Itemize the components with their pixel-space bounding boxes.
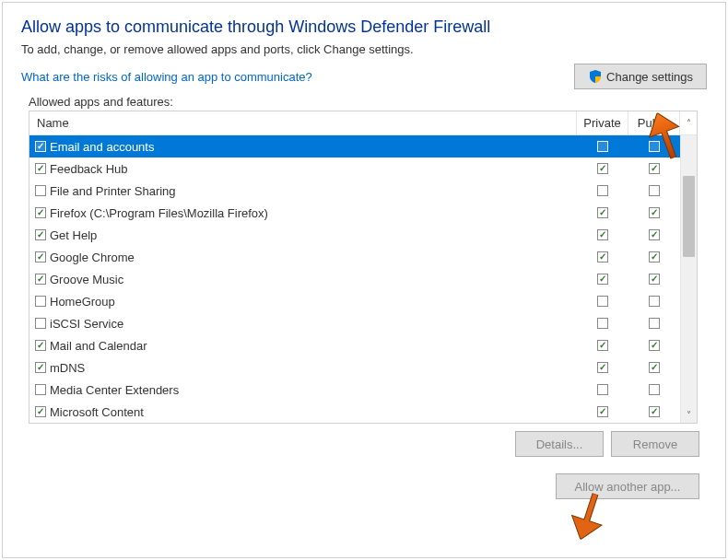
row-enable-checkbox[interactable]: [35, 296, 46, 307]
remove-button[interactable]: Remove: [611, 431, 699, 457]
row-public-checkbox[interactable]: [649, 318, 660, 329]
allowed-apps-listbox: Name Private Public ˄ Email and accounts…: [29, 111, 698, 424]
row-name-label: Groove Music: [50, 273, 123, 286]
list-row[interactable]: iSCSI Service: [29, 312, 680, 334]
row-name-label: File and Printer Sharing: [50, 184, 176, 198]
list-row[interactable]: Media Center Extenders: [29, 379, 680, 401]
row-enable-checkbox[interactable]: [35, 384, 46, 395]
list-header: Name Private Public ˄: [29, 111, 697, 135]
header-actions-row: What are the risks of allowing an app to…: [21, 64, 707, 89]
list-row[interactable]: Mail and Calendar: [29, 334, 680, 356]
row-name-cell: Groove Music: [29, 273, 577, 286]
row-enable-checkbox[interactable]: [35, 163, 46, 174]
list-row[interactable]: Email and accounts: [29, 135, 680, 158]
row-private-checkbox[interactable]: [597, 229, 608, 240]
row-private-checkbox[interactable]: [597, 251, 608, 262]
row-enable-checkbox[interactable]: [35, 229, 46, 240]
row-public-cell: [628, 163, 680, 174]
row-public-cell: [628, 229, 680, 240]
row-name-cell: Feedback Hub: [29, 162, 577, 176]
allow-another-app-button[interactable]: Allow another app...: [556, 473, 699, 499]
row-public-checkbox[interactable]: [649, 185, 660, 196]
scrollbar-thumb[interactable]: [683, 176, 695, 257]
row-public-checkbox[interactable]: [649, 229, 660, 240]
scroll-down-button[interactable]: ˅: [681, 406, 697, 423]
row-private-checkbox[interactable]: [597, 318, 608, 329]
row-name-label: Google Chrome: [50, 251, 135, 264]
row-name-cell: Media Center Extenders: [29, 383, 577, 397]
row-name-label: iSCSI Service: [50, 317, 123, 331]
row-enable-checkbox[interactable]: [35, 251, 46, 262]
list-row[interactable]: File and Printer Sharing: [29, 180, 680, 202]
row-private-checkbox[interactable]: [597, 185, 608, 196]
uac-shield-icon: [588, 69, 603, 84]
firewall-allowed-apps-window: Allow apps to communicate through Window…: [2, 2, 726, 558]
row-private-cell: [577, 274, 628, 285]
row-public-cell: [628, 362, 680, 373]
row-enable-checkbox[interactable]: [35, 406, 46, 417]
row-name-cell: iSCSI Service: [29, 317, 577, 331]
list-row[interactable]: mDNS: [29, 356, 680, 379]
row-enable-checkbox[interactable]: [35, 318, 46, 329]
row-name-label: mDNS: [50, 361, 85, 375]
row-name-label: Email and accounts: [50, 140, 154, 154]
row-private-checkbox[interactable]: [597, 141, 608, 152]
row-public-checkbox[interactable]: [649, 251, 660, 262]
row-enable-checkbox[interactable]: [35, 207, 46, 218]
list-row[interactable]: Get Help: [29, 224, 680, 246]
row-private-cell: [577, 141, 628, 152]
list-row[interactable]: Firefox (C:\Program Files\Mozilla Firefo…: [29, 202, 680, 224]
row-private-checkbox[interactable]: [597, 384, 608, 395]
scrollbar[interactable]: ˅: [680, 135, 697, 423]
page-title: Allow apps to communicate through Window…: [21, 18, 707, 37]
details-button[interactable]: Details...: [515, 431, 604, 457]
row-public-cell: [628, 274, 680, 285]
row-public-checkbox[interactable]: [649, 163, 660, 174]
row-private-checkbox[interactable]: [597, 274, 608, 285]
row-public-cell: [628, 384, 680, 395]
row-enable-checkbox[interactable]: [35, 340, 46, 351]
row-name-label: Media Center Extenders: [50, 383, 179, 397]
column-header-private[interactable]: Private: [577, 111, 628, 134]
row-name-label: Microsoft Content: [50, 405, 144, 419]
row-public-checkbox[interactable]: [649, 406, 660, 417]
list-row[interactable]: Microsoft Content: [29, 401, 680, 423]
list-row[interactable]: Feedback Hub: [29, 158, 680, 180]
row-public-checkbox[interactable]: [649, 362, 660, 373]
row-public-checkbox[interactable]: [649, 207, 660, 218]
row-private-checkbox[interactable]: [597, 362, 608, 373]
row-name-cell: Microsoft Content: [29, 405, 577, 419]
row-public-cell: [628, 406, 680, 417]
row-public-cell: [628, 185, 680, 196]
row-public-cell: [628, 340, 680, 351]
row-private-checkbox[interactable]: [597, 406, 608, 417]
row-name-label: Feedback Hub: [50, 162, 128, 176]
row-name-cell: Google Chrome: [29, 251, 577, 264]
row-enable-checkbox[interactable]: [35, 362, 46, 373]
row-private-cell: [577, 384, 628, 395]
row-enable-checkbox[interactable]: [35, 185, 46, 196]
row-public-checkbox[interactable]: [649, 340, 660, 351]
row-enable-checkbox[interactable]: [35, 274, 46, 285]
column-header-name[interactable]: Name: [29, 111, 577, 134]
row-private-checkbox[interactable]: [597, 340, 608, 351]
row-public-checkbox[interactable]: [649, 141, 660, 152]
row-enable-checkbox[interactable]: [35, 141, 46, 152]
list-row[interactable]: Groove Music: [29, 268, 680, 290]
row-public-checkbox[interactable]: [649, 296, 660, 307]
risks-link[interactable]: What are the risks of allowing an app to…: [21, 70, 312, 84]
row-private-cell: [577, 340, 628, 351]
list-row[interactable]: Google Chrome: [29, 246, 680, 268]
row-public-checkbox[interactable]: [649, 274, 660, 285]
row-private-checkbox[interactable]: [597, 296, 608, 307]
column-header-public[interactable]: Public: [628, 111, 680, 134]
change-settings-button[interactable]: Change settings: [574, 64, 707, 89]
row-private-checkbox[interactable]: [597, 207, 608, 218]
row-public-checkbox[interactable]: [649, 384, 660, 395]
list-rows-container: Email and accountsFeedback HubFile and P…: [29, 135, 680, 423]
chevron-down-icon: ˅: [687, 410, 691, 420]
row-private-cell: [577, 296, 628, 307]
row-private-checkbox[interactable]: [597, 163, 608, 174]
row-name-cell: Firefox (C:\Program Files\Mozilla Firefo…: [29, 206, 577, 220]
list-row[interactable]: HomeGroup: [29, 290, 680, 312]
